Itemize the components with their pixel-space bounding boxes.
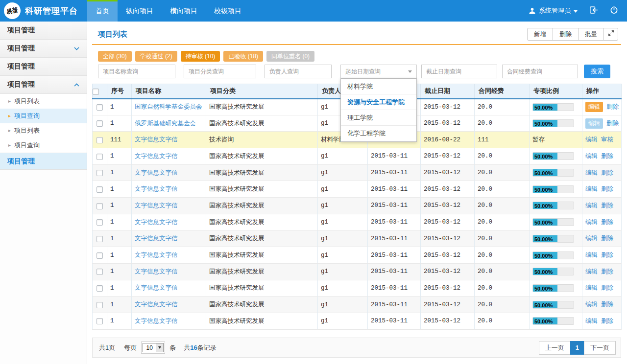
review-link[interactable]: 审核: [601, 136, 613, 144]
delete-link[interactable]: 删除: [601, 185, 613, 193]
edit-link[interactable]: 编辑: [585, 152, 598, 160]
dropdown-option-material-college[interactable]: 材料学院: [341, 79, 416, 94]
edit-link[interactable]: 编辑: [585, 234, 598, 243]
edit-link[interactable]: 编辑: [585, 300, 598, 309]
project-name-link[interactable]: 文字信息文字信: [135, 251, 178, 258]
delete-link[interactable]: 删除: [601, 284, 613, 292]
row-checkbox[interactable]: [96, 154, 103, 160]
prev-page-button[interactable]: 上一页: [539, 341, 571, 355]
start-date-query-select[interactable]: 起始日期查询: [340, 65, 417, 78]
row-checkbox[interactable]: [96, 137, 103, 143]
row-checkbox[interactable]: [96, 120, 103, 127]
delete-link[interactable]: 删除: [601, 202, 613, 210]
leader-query-input[interactable]: [265, 65, 332, 78]
row-checkbox[interactable]: [96, 285, 103, 292]
sidebar-item-project-query-1[interactable]: ▸项目查询: [0, 109, 87, 123]
expand-button[interactable]: [603, 28, 618, 41]
fund-cell: 20.0: [475, 313, 530, 329]
filter-tab-all[interactable]: 全部 (30): [98, 51, 132, 62]
dropdown-option-resource-safety-college[interactable]: 资源与安全工程学院: [341, 94, 416, 110]
delete-link[interactable]: 删除: [601, 234, 613, 243]
dropdown-option-science-college[interactable]: 理工学院: [341, 110, 416, 126]
delete-link[interactable]: 删除: [601, 251, 613, 259]
main-content: 项目列表 新增删除批量 全部 (30)学校通过 (2)待审核 (10)已验收 (…: [87, 22, 627, 364]
row-checkbox[interactable]: [96, 104, 103, 111]
power-button[interactable]: [610, 6, 618, 16]
project-name-link[interactable]: 文字信息文字信: [135, 202, 178, 209]
sidebar-item-project-list-2[interactable]: ▸项目列表: [0, 123, 87, 138]
delete-link[interactable]: 删除: [601, 317, 613, 325]
row-checkbox[interactable]: [96, 318, 103, 324]
row-checkbox[interactable]: [96, 170, 103, 176]
edit-link[interactable]: 编辑: [585, 218, 598, 227]
filter-tab-same-unit-duplicate[interactable]: 同单位重名 (0): [266, 51, 314, 62]
delete-link[interactable]: 删除: [601, 169, 613, 177]
row-checkbox[interactable]: [96, 203, 103, 209]
project-name-link[interactable]: 文字信息文字信: [135, 301, 178, 308]
row-checkbox[interactable]: [96, 236, 103, 242]
edit-button[interactable]: 编辑: [585, 118, 603, 129]
next-page-button[interactable]: 下一页: [584, 341, 616, 355]
project-name-link[interactable]: 文字信息文字信: [135, 185, 178, 192]
edit-link[interactable]: 编辑: [585, 251, 598, 259]
delete-link[interactable]: 删除: [606, 103, 619, 111]
row-checkbox[interactable]: [96, 302, 103, 308]
project-category-query-input[interactable]: [184, 65, 256, 78]
row-checkbox[interactable]: [96, 186, 103, 193]
project-name-link[interactable]: 文字信息文字信: [135, 268, 178, 275]
nav-tab-home[interactable]: 首页: [87, 0, 118, 22]
user-menu[interactable]: 系统管理员: [529, 6, 578, 15]
column-header-end-date: 截止日期: [421, 84, 475, 99]
project-name-link[interactable]: 文字信息文字信: [135, 153, 178, 159]
filter-tab-accepted[interactable]: 已验收 (18): [223, 51, 263, 62]
project-name-link[interactable]: 文字信息文字信: [135, 169, 178, 176]
filter-tab-school-approved[interactable]: 学校通过 (2): [135, 51, 177, 62]
row-checkbox[interactable]: [96, 219, 103, 226]
fund-query-input[interactable]: [502, 65, 578, 78]
edit-link[interactable]: 编辑: [585, 169, 598, 177]
project-name-link[interactable]: 俄罗斯基础研究基金会: [135, 120, 196, 127]
logout-button[interactable]: [589, 6, 598, 16]
delete-link[interactable]: 删除: [601, 300, 613, 309]
edit-link[interactable]: 编辑: [585, 268, 598, 276]
sidebar-item-project-manage-2[interactable]: 项目管理: [0, 40, 87, 58]
delete-button[interactable]: 删除: [553, 28, 579, 41]
project-name-link[interactable]: 文字信息文字信: [135, 284, 178, 291]
edit-link[interactable]: 编辑: [585, 136, 598, 144]
add-button[interactable]: 新增: [527, 28, 553, 41]
per-page-select[interactable]: 10: [141, 341, 165, 354]
delete-link[interactable]: 删除: [601, 218, 613, 227]
project-name-query-input[interactable]: [98, 65, 175, 78]
select-all-checkbox[interactable]: [93, 89, 99, 95]
edit-link[interactable]: 编辑: [585, 185, 598, 193]
project-name-link[interactable]: 文字信息文字信: [135, 219, 178, 226]
sidebar-item-project-query-2[interactable]: ▸项目查询: [0, 138, 87, 153]
sidebar-item-project-manage-4[interactable]: 项目管理: [0, 76, 87, 94]
delete-link[interactable]: 删除: [601, 268, 613, 276]
edit-link[interactable]: 编辑: [585, 284, 598, 292]
nav-tab-vertical-projects[interactable]: 纵向项目: [118, 0, 162, 22]
row-checkbox[interactable]: [96, 269, 103, 275]
sidebar-item-project-manage-5[interactable]: 项目管理: [0, 153, 87, 170]
nav-tab-horizontal-projects[interactable]: 横向项目: [162, 0, 206, 22]
end-date-query-input[interactable]: [421, 65, 497, 78]
row-checkbox[interactable]: [96, 252, 103, 259]
delete-link[interactable]: 删除: [606, 119, 619, 128]
search-button[interactable]: 搜索: [584, 65, 610, 78]
project-name-link[interactable]: 文字信息文字信: [135, 318, 178, 324]
nav-tab-school-projects[interactable]: 校级项目: [206, 0, 250, 22]
edit-button[interactable]: 编辑: [585, 102, 603, 112]
edit-link[interactable]: 编辑: [585, 202, 598, 210]
dropdown-option-chemical-college[interactable]: 化学工程学院: [341, 126, 416, 141]
project-name-link[interactable]: 文字信息文字信: [135, 235, 178, 242]
page-1-button[interactable]: 1: [570, 341, 584, 355]
filter-tab-pending-review[interactable]: 待审核 (10): [181, 51, 220, 62]
delete-link[interactable]: 删除: [601, 152, 613, 160]
edit-link[interactable]: 编辑: [585, 317, 598, 325]
sidebar-item-project-manage-3[interactable]: 项目管理: [0, 58, 87, 76]
sidebar-item-project-list-1[interactable]: ▸项目列表: [0, 94, 87, 109]
project-name-link[interactable]: 国家自然科学基金委员会: [135, 103, 202, 110]
sidebar-item-project-manage-1[interactable]: 项目管理: [0, 22, 87, 40]
project-name-link[interactable]: 文字信息文字信: [135, 136, 178, 143]
batch-button[interactable]: 批量: [578, 28, 604, 41]
